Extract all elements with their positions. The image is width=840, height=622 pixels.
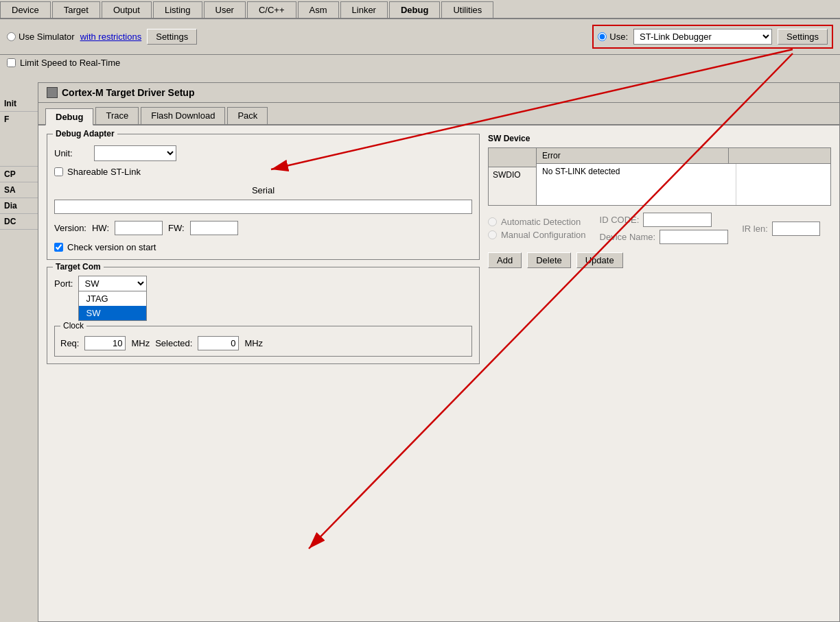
limit-speed-row: Limit Speed to Real-Time	[0, 55, 840, 71]
tab-user[interactable]: User	[204, 1, 246, 18]
use-debugger-radio[interactable]	[598, 32, 607, 41]
tab-device[interactable]: Device	[0, 1, 51, 18]
auto-detect-row[interactable]: Automatic Detection	[488, 217, 586, 227]
sw-table-body-row: No ST-LINK detected	[537, 164, 830, 205]
left-panel: Debug Adapter Unit: Shareable ST-Link Se…	[47, 134, 480, 601]
unit-row: Unit:	[54, 145, 472, 161]
side-f: F	[0, 112, 38, 167]
use-simulator-option[interactable]: Use Simulator	[7, 32, 75, 42]
unit-label: Unit:	[54, 148, 89, 158]
tab-asm[interactable]: Asm	[298, 1, 339, 18]
empty-header	[729, 148, 830, 164]
ir-len-input[interactable]	[772, 222, 820, 236]
check-version-label: Check version on start	[67, 242, 156, 252]
unit-select[interactable]	[94, 145, 176, 161]
fw-input[interactable]	[190, 221, 238, 235]
cortex-dialog: Cortex-M Target Driver Setup Debug Trace…	[38, 82, 840, 622]
detection-col: Automatic Detection Manual Configuration	[488, 217, 586, 243]
hw-input[interactable]	[115, 221, 163, 235]
shareable-row: Shareable ST-Link	[54, 167, 472, 177]
manual-config-row[interactable]: Manual Configuration	[488, 230, 586, 240]
ir-len-row: IR len:	[742, 222, 820, 236]
id-code-label: ID CODE:	[600, 215, 640, 225]
detection-options: Automatic Detection Manual Configuration…	[488, 213, 831, 247]
sw-action-buttons: Add Delete Update	[488, 252, 831, 268]
settings-button-right[interactable]: Settings	[778, 29, 828, 45]
manual-config-label: Manual Configuration	[501, 230, 586, 240]
device-name-row: Device Name:	[600, 230, 729, 244]
debugger-select[interactable]: ST-Link DebuggerJ-LINK / J-Trace CortexU…	[633, 29, 772, 45]
side-sa: SA	[0, 182, 38, 198]
dialog-tab-debug[interactable]: Debug	[45, 108, 93, 125]
debug-adapter-title: Debug Adapter	[53, 129, 117, 139]
tab-target[interactable]: Target	[52, 1, 100, 18]
dialog-tab-trace[interactable]: Trace	[95, 107, 139, 124]
use-simulator-label: Use Simulator	[19, 32, 75, 42]
empty-cell	[736, 164, 830, 205]
tab-cpp[interactable]: C/C++	[247, 1, 296, 18]
sw-device-container: SW Device SWDIO Error	[488, 134, 831, 268]
right-panel: SW Device SWDIO Error	[488, 134, 831, 601]
no-stlink-cell: No ST-LINK detected	[537, 164, 736, 205]
top-tab-bar: Device Target Output Listing User C/C++ …	[0, 0, 840, 19]
table-header-empty	[489, 148, 536, 167]
port-select[interactable]: JTAGSW	[78, 276, 147, 291]
auto-detect-radio[interactable]	[488, 217, 497, 226]
check-version-row: Check version on start	[54, 242, 472, 252]
req-input[interactable]	[84, 336, 126, 350]
error-header: Error	[537, 148, 729, 164]
port-option-sw[interactable]: SW	[79, 306, 146, 320]
limit-speed-checkbox[interactable]	[7, 58, 16, 67]
selected-input[interactable]	[198, 336, 239, 350]
dialog-tab-pack[interactable]: Pack	[227, 107, 268, 124]
toolbar-right-highlighted: Use: ST-Link DebuggerJ-LINK / J-Trace Co…	[592, 25, 833, 49]
sw-table-content: Error No ST-LINK detected	[537, 148, 830, 205]
use-label: Use:	[609, 32, 628, 42]
port-dropdown[interactable]: JTAG SW	[78, 291, 147, 321]
id-code-input[interactable]	[643, 213, 712, 227]
dialog-icon	[47, 87, 58, 98]
shareable-checkbox[interactable]	[54, 167, 63, 176]
tab-output[interactable]: Output	[102, 1, 152, 18]
dialog-title-bar: Cortex-M Target Driver Setup	[38, 83, 839, 103]
ir-len-label: IR len:	[742, 224, 768, 234]
limit-speed-label: Limit Speed to Real-Time	[20, 58, 120, 68]
toolbar: Use Simulator with restrictions Settings…	[0, 19, 840, 55]
tab-linker[interactable]: Linker	[340, 1, 388, 18]
settings-button-left[interactable]: Settings	[147, 29, 197, 45]
target-com-group: Target Com Port: JTAGSW JTAG SW Clock	[47, 267, 480, 364]
selected-label: Selected:	[155, 338, 192, 348]
manual-config-radio[interactable]	[488, 230, 497, 239]
with-restrictions-link[interactable]: with restrictions	[80, 32, 142, 42]
serial-input[interactable]	[54, 200, 472, 214]
tab-utilities[interactable]: Utilities	[441, 1, 493, 18]
shareable-label: Shareable ST-Link	[67, 167, 141, 177]
device-name-input[interactable]	[660, 230, 728, 244]
side-dia: Dia	[0, 198, 38, 214]
use-simulator-radio[interactable]	[7, 32, 16, 41]
version-row: Version: HW: FW:	[54, 221, 472, 235]
target-com-title: Target Com	[53, 262, 104, 272]
update-button[interactable]: Update	[576, 252, 623, 268]
use-debugger-option[interactable]: Use:	[598, 32, 628, 42]
tab-debug[interactable]: Debug	[389, 1, 440, 18]
mhz-label-1: MHz	[131, 338, 150, 348]
tab-listing[interactable]: Listing	[153, 1, 202, 18]
id-code-row: ID CODE:	[600, 213, 729, 227]
port-row: Port: JTAGSW JTAG SW	[54, 276, 472, 291]
swdio-column: SWDIO	[489, 148, 537, 205]
dialog-tab-flash-download[interactable]: Flash Download	[141, 107, 225, 124]
delete-button[interactable]: Delete	[527, 252, 571, 268]
serial-label: Serial	[54, 185, 472, 195]
sw-device-title: SW Device	[488, 134, 831, 143]
ir-len-col: IR len:	[742, 222, 820, 239]
side-cp: CP	[0, 167, 38, 182]
fw-label: FW:	[168, 223, 185, 233]
debug-adapter-group: Debug Adapter Unit: Shareable ST-Link Se…	[47, 134, 480, 260]
add-button[interactable]: Add	[488, 252, 522, 268]
req-label: Req:	[60, 338, 79, 348]
check-version-checkbox[interactable]	[54, 243, 63, 252]
toolbar-left: Use Simulator with restrictions Settings	[7, 29, 585, 45]
port-option-jtag[interactable]: JTAG	[79, 291, 146, 306]
sw-device-table: SWDIO Error No ST-LINK detected	[488, 147, 831, 206]
